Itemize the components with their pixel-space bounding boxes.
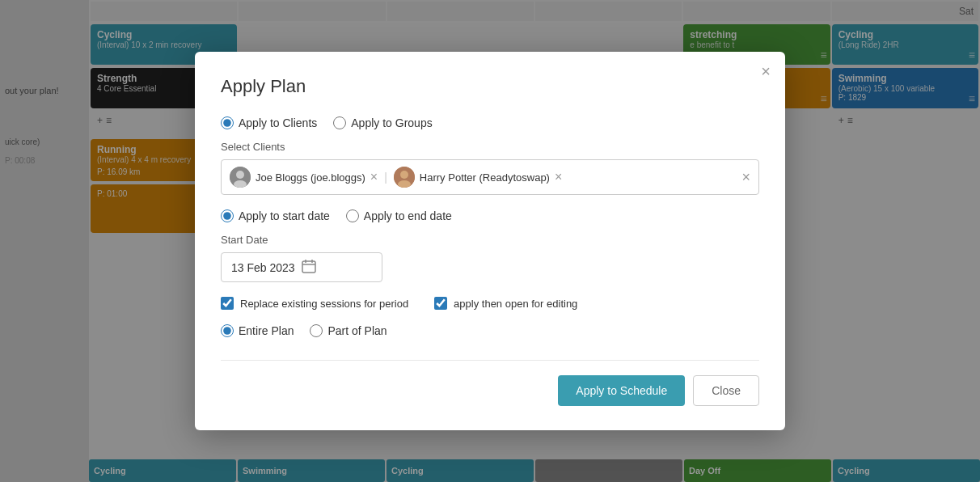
date-input-wrap[interactable]: 13 Feb 2023 — [221, 252, 382, 282]
avatar-2 — [394, 167, 415, 188]
apply-end-date-label: Apply to end date — [364, 209, 452, 222]
modal-overlay: × Apply Plan Apply to Clients Apply to G… — [0, 0, 980, 482]
client1-remove[interactable]: × — [370, 171, 378, 184]
svg-point-4 — [400, 171, 408, 179]
entire-plan-radio[interactable]: Entire Plan — [221, 324, 294, 337]
plan-radio-row: Entire Plan Part of Plan — [221, 324, 759, 337]
start-date-label: Start Date — [221, 234, 759, 246]
close-icon[interactable]: × — [761, 63, 771, 79]
modal-footer: Apply to Schedule Close — [221, 375, 759, 406]
close-button[interactable]: Close — [693, 375, 759, 406]
apply-to-radio-row: Apply to Clients Apply to Groups — [221, 116, 759, 129]
select-clients-label: Select Clients — [221, 141, 759, 153]
part-of-plan-label: Part of Plan — [327, 324, 387, 337]
avatar-1 — [230, 167, 251, 188]
client2-name: Harry Potter (Readytoswap) — [420, 171, 550, 184]
replace-sessions-label: Replace existing sessions for period — [240, 298, 408, 310]
clients-input-clear[interactable]: × — [741, 169, 750, 186]
apply-to-groups-radio[interactable]: Apply to Groups — [333, 116, 432, 129]
client1-name: Joe Bloggs (joe.bloggs) — [256, 171, 365, 184]
apply-to-clients-label: Apply to Clients — [239, 116, 317, 129]
apply-end-date-radio[interactable]: Apply to end date — [346, 209, 452, 222]
apply-plan-modal: × Apply Plan Apply to Clients Apply to G… — [195, 52, 785, 430]
apply-open-editing-checkbox[interactable]: apply then open for editing — [434, 297, 577, 310]
apply-open-editing-label: apply then open for editing — [454, 298, 577, 310]
apply-start-date-radio[interactable]: Apply to start date — [221, 209, 330, 222]
svg-point-1 — [236, 171, 244, 179]
apply-start-date-label: Apply to start date — [239, 209, 330, 222]
modal-divider — [221, 360, 759, 361]
clients-input-wrap[interactable]: Joe Bloggs (joe.bloggs) × | Harry Potter… — [221, 159, 759, 195]
apply-to-clients-radio[interactable]: Apply to Clients — [221, 116, 317, 129]
client-tag-1: Joe Bloggs (joe.bloggs) × — [230, 167, 378, 188]
client-search-input[interactable] — [567, 171, 737, 184]
modal-title: Apply Plan — [221, 76, 759, 97]
checkbox-row: Replace existing sessions for period app… — [221, 297, 759, 310]
svg-rect-6 — [302, 261, 315, 273]
entire-plan-label: Entire Plan — [239, 324, 294, 337]
replace-sessions-checkbox[interactable]: Replace existing sessions for period — [221, 297, 408, 310]
part-of-plan-radio[interactable]: Part of Plan — [310, 324, 387, 337]
date-section: Start Date 13 Feb 2023 — [221, 234, 759, 282]
client2-remove[interactable]: × — [555, 171, 562, 184]
apply-to-schedule-button[interactable]: Apply to Schedule — [558, 375, 685, 406]
apply-to-groups-label: Apply to Groups — [351, 116, 432, 129]
calendar-icon[interactable] — [302, 259, 372, 276]
client-tag-2: Harry Potter (Readytoswap) × — [394, 167, 562, 188]
start-date-value: 13 Feb 2023 — [231, 261, 302, 274]
date-radio-row: Apply to start date Apply to end date — [221, 209, 759, 222]
